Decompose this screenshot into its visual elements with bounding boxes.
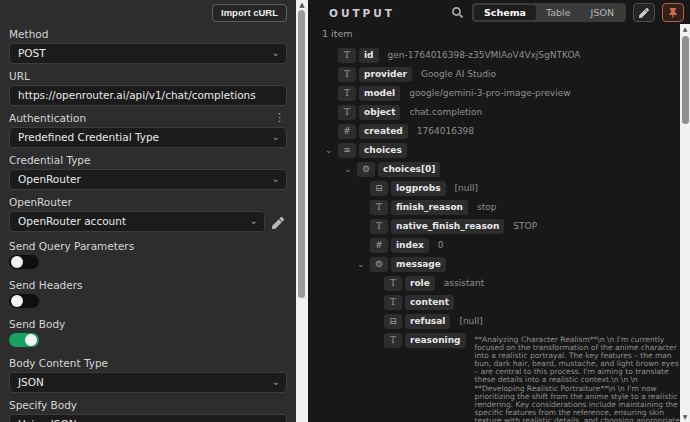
edit-output-button[interactable] xyxy=(633,3,655,22)
credential-type-field: Credential Type OpenRouter ⌄ xyxy=(9,153,287,190)
method-label: Method xyxy=(9,28,48,40)
string-type-icon: T xyxy=(370,200,388,215)
chevron-down-icon: ⌄ xyxy=(272,44,280,61)
output-view-tabs: Schema Table JSON xyxy=(472,3,626,22)
chevron-down-icon[interactable]: ⌄ xyxy=(357,257,370,271)
schema-key[interactable]: choices xyxy=(359,143,407,158)
body-content-type-field: Body Content Type JSON ⌄ xyxy=(9,356,287,393)
schema-value: assistant xyxy=(444,276,484,289)
schema-row-provider: T provider Google AI Studio xyxy=(308,67,680,82)
chevron-down-icon[interactable]: ⌄ xyxy=(344,162,357,176)
string-type-icon: T xyxy=(384,276,402,291)
schema-key[interactable]: content xyxy=(405,295,454,310)
string-type-icon: T xyxy=(338,105,356,120)
schema-value: [null] xyxy=(455,181,478,194)
openrouter-credential-label: OpenRouter xyxy=(9,196,72,208)
body-content-type-select[interactable]: JSON ⌄ xyxy=(9,372,287,393)
openrouter-credential-field: OpenRouter OpenRouter account ⌄ xyxy=(9,195,287,232)
schema-key[interactable]: model xyxy=(359,86,400,101)
output-title: OUTPUT xyxy=(329,7,395,19)
credential-type-select[interactable]: OpenRouter ⌄ xyxy=(9,169,287,190)
schema-value: [null] xyxy=(459,314,482,327)
schema-key[interactable]: index xyxy=(391,238,429,253)
schema-value: 1764016398 xyxy=(417,124,474,137)
schema-key[interactable]: logprobs xyxy=(391,181,446,196)
schema-value: 0 xyxy=(438,238,444,251)
send-query-parameters-toggle[interactable] xyxy=(9,255,39,269)
schema-row-message: ⌄ ⚙ message xyxy=(308,257,680,272)
output-panel: OUTPUT Schema Table JSON 1 item xyxy=(308,0,690,422)
kebab-menu-icon[interactable]: ⋮ xyxy=(272,113,287,123)
string-type-icon: T xyxy=(370,219,388,234)
output-header: OUTPUT Schema Table JSON xyxy=(308,0,690,24)
parameters-panel: Import cURL Method POST ⌄ URL https://op… xyxy=(0,0,296,422)
number-type-icon: # xyxy=(370,238,388,253)
authentication-field: Authentication ⋮ Predefined Credential T… xyxy=(9,111,287,148)
scrollbar-thumb[interactable] xyxy=(298,10,305,298)
send-body-label: Send Body xyxy=(9,318,65,330)
n8n-node-detail-view: Import cURL Method POST ⌄ URL https://op… xyxy=(0,0,690,422)
scroll-up-icon[interactable]: ▲ xyxy=(680,25,690,33)
array-type-icon: ≡ xyxy=(338,143,356,158)
schema-row-role: T role assistant xyxy=(308,276,680,291)
schema-key[interactable]: choices[0] xyxy=(378,162,440,177)
schema-row-object: T object chat.completion xyxy=(308,105,680,120)
schema-key[interactable]: created xyxy=(359,124,408,139)
send-headers-field: Send Headers xyxy=(9,278,287,308)
chevron-down-icon: ⌄ xyxy=(250,212,258,229)
scroll-down-icon[interactable]: ▼ xyxy=(680,413,690,421)
schema-key[interactable]: id xyxy=(359,48,379,63)
schema-row-refusal: ⊟ refusal [null] xyxy=(308,314,680,329)
schema-row-logprobs: ⊟ logprobs [null] xyxy=(308,181,680,196)
schema-tree: 1 item T id gen-1764016398-z35VMIAoV4Vxj… xyxy=(308,24,680,422)
schema-key[interactable]: message xyxy=(391,257,446,272)
send-query-parameters-field: Send Query Parameters xyxy=(9,239,287,269)
string-type-icon: T xyxy=(384,333,402,348)
tab-table[interactable]: Table xyxy=(536,5,581,20)
schema-row-created: # created 1764016398 xyxy=(308,124,680,139)
openrouter-credential-select[interactable]: OpenRouter account ⌄ xyxy=(9,211,265,232)
null-type-icon: ⊟ xyxy=(370,181,388,196)
schema-key[interactable]: role xyxy=(405,276,435,291)
method-select[interactable]: POST ⌄ xyxy=(9,43,287,64)
items-count: 1 item xyxy=(322,28,680,39)
null-type-icon: ⊟ xyxy=(384,314,402,329)
schema-row-native-finish-reason: T native_finish_reason STOP xyxy=(308,219,680,234)
schema-row-reasoning: T reasoning **Analyzing Character Realis… xyxy=(308,333,680,422)
object-type-icon: ⚙ xyxy=(357,162,375,177)
search-icon[interactable] xyxy=(449,5,465,21)
schema-row-finish-reason: T finish_reason stop xyxy=(308,200,680,215)
tab-schema[interactable]: Schema xyxy=(474,5,536,20)
output-scrollbar[interactable]: ▲ ▼ xyxy=(680,24,690,422)
send-headers-toggle[interactable] xyxy=(9,294,39,308)
string-type-icon: T xyxy=(338,67,356,82)
pin-data-button[interactable] xyxy=(662,3,684,22)
chevron-down-icon[interactable]: ⌄ xyxy=(325,143,338,157)
object-type-icon: ⚙ xyxy=(370,257,388,272)
import-curl-button[interactable]: Import cURL xyxy=(212,4,287,22)
scrollbar-thumb[interactable] xyxy=(682,36,689,124)
edit-credential-pencil-icon[interactable] xyxy=(272,214,287,229)
send-body-toggle[interactable] xyxy=(9,333,39,347)
schema-key[interactable]: object xyxy=(359,105,400,120)
params-scrollbar[interactable]: ▲ xyxy=(296,0,308,422)
schema-value: gen-1764016398-z35VMIAoV4VxjSgNTKOA xyxy=(388,48,581,61)
schema-key[interactable]: reasoning xyxy=(405,333,466,348)
schema-key[interactable]: native_finish_reason xyxy=(391,219,504,234)
schema-value: **Analyzing Character Realism**\n \n I'm… xyxy=(475,333,681,422)
tab-json[interactable]: JSON xyxy=(581,5,624,20)
specify-body-select[interactable]: Using JSON ⌄ xyxy=(9,414,287,422)
specify-body-field: Specify Body Using JSON ⌄ xyxy=(9,398,287,422)
scroll-up-icon[interactable]: ▲ xyxy=(296,1,308,9)
schema-key[interactable]: finish_reason xyxy=(391,200,468,215)
chevron-down-icon: ⌄ xyxy=(272,373,280,390)
schema-key[interactable]: refusal xyxy=(405,314,450,329)
schema-key[interactable]: provider xyxy=(359,67,412,82)
string-type-icon: T xyxy=(384,295,402,310)
authentication-label: Authentication xyxy=(9,112,86,124)
schema-value: Google AI Studio xyxy=(421,67,496,80)
send-headers-label: Send Headers xyxy=(9,279,83,291)
authentication-select[interactable]: Predefined Credential Type ⌄ xyxy=(9,127,287,148)
schema-value: stop xyxy=(477,200,496,213)
url-input[interactable]: https://openrouter.ai/api/v1/chat/comple… xyxy=(9,85,287,106)
